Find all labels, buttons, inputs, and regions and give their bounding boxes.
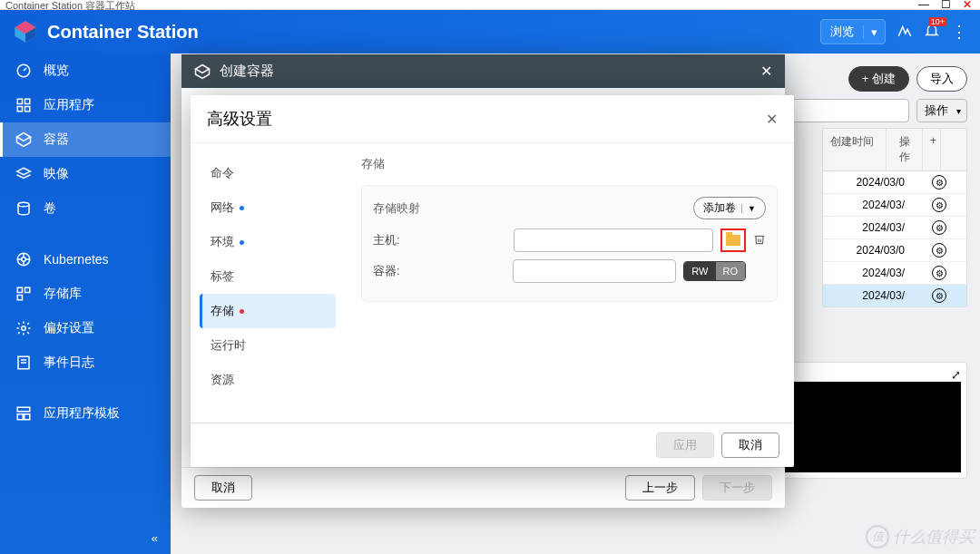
cell-date: 2024/03/: [823, 194, 912, 216]
activity-icon[interactable]: [897, 23, 913, 42]
modal2-close-icon[interactable]: ✕: [766, 111, 778, 128]
row-gear-button[interactable]: ⚙: [912, 288, 966, 303]
row-gear-button[interactable]: ⚙: [912, 266, 966, 280]
row-gear-button[interactable]: ⚙: [912, 175, 966, 190]
svg-marker-23: [196, 64, 210, 73]
settings-nav-4[interactable]: 存储: [200, 294, 336, 328]
sidebar-item-templates[interactable]: 应用程序模板: [0, 396, 171, 431]
indicator-dot: [240, 240, 244, 245]
apps-icon: [15, 96, 33, 114]
modal1-close-icon[interactable]: ✕: [760, 63, 772, 80]
svg-rect-22: [24, 414, 30, 420]
settings-nav: 命令网络环境标签存储运行时资源: [191, 143, 345, 423]
cell-date: 2024/03/: [823, 285, 912, 306]
sidebar-item-images[interactable]: 映像: [0, 157, 171, 191]
svg-point-12: [22, 258, 26, 262]
app-header: Container Station 浏览 ▾ 10+ ⋮: [0, 10, 980, 53]
modal1-title: 创建容器: [220, 63, 751, 80]
settings-nav-3[interactable]: 标签: [200, 259, 336, 294]
indicator-dot: [240, 309, 244, 314]
svg-rect-14: [25, 287, 30, 292]
container-path-input[interactable]: [513, 259, 676, 283]
chevron-down-icon: ▼: [741, 204, 756, 213]
add-volume-button[interactable]: 添加卷 ▼: [693, 197, 766, 219]
trash-icon[interactable]: [753, 233, 766, 248]
svg-point-10: [18, 202, 29, 207]
import-button[interactable]: 导入: [916, 66, 967, 92]
svg-marker-9: [17, 168, 31, 175]
browse-button[interactable]: 浏览 ▾: [820, 19, 886, 44]
ro-option[interactable]: RO: [716, 262, 746, 280]
app-title: Container Station: [47, 22, 820, 43]
svg-rect-5: [25, 99, 30, 103]
host-path-input[interactable]: [514, 228, 713, 252]
col-op: 操作: [887, 129, 923, 170]
sidebar: 概览 应用程序 容器 映像 卷 Kubernetes 存储库 偏好设置 事件日志…: [0, 53, 171, 554]
cube-icon: [15, 131, 33, 149]
settings-nav-0[interactable]: 命令: [200, 156, 336, 190]
window-title-bar: Container Station 容器工作站 — ☐ ✕: [0, 0, 980, 10]
modal2-cancel-button[interactable]: 取消: [721, 433, 779, 458]
gauge-icon: [15, 62, 33, 80]
indicator-dot: [240, 206, 244, 210]
table-row[interactable]: 2024/03/⚙: [823, 217, 966, 239]
svg-rect-20: [17, 407, 30, 412]
settings-nav-5[interactable]: 运行时: [200, 328, 336, 363]
row-gear-button[interactable]: ⚙: [912, 220, 966, 235]
modal1-prev-button[interactable]: 上一步: [625, 475, 695, 501]
repo-icon: [15, 285, 33, 303]
rw-toggle[interactable]: RW RO: [683, 261, 746, 281]
window-maximize[interactable]: ☐: [938, 0, 953, 10]
rw-option[interactable]: RW: [684, 262, 715, 280]
collapse-sidebar-icon[interactable]: «: [152, 531, 158, 545]
col-plus[interactable]: +: [923, 129, 941, 170]
settings-nav-6[interactable]: 资源: [200, 363, 336, 397]
table-row[interactable]: 2024/03/0⚙: [823, 171, 966, 194]
chevron-down-icon[interactable]: ▾: [863, 25, 885, 39]
sidebar-item-events[interactable]: 事件日志: [0, 345, 171, 380]
sidebar-item-repository[interactable]: 存储库: [0, 277, 171, 311]
window-close[interactable]: ✕: [960, 0, 975, 10]
settings-nav-2[interactable]: 环境: [200, 225, 336, 259]
sidebar-item-preferences[interactable]: 偏好设置: [0, 311, 171, 345]
section-label: 存储: [361, 156, 778, 172]
svg-rect-6: [17, 107, 22, 112]
container-table: 创建时间 操作 + 2024/03/0⚙2024/03/⚙2024/03/⚙20…: [822, 128, 967, 307]
svg-point-16: [22, 326, 26, 331]
svg-rect-7: [25, 107, 30, 112]
svg-rect-15: [17, 296, 22, 300]
notification-icon[interactable]: 10+: [924, 23, 940, 42]
expand-icon[interactable]: ⤢: [951, 368, 961, 382]
sidebar-item-kubernetes[interactable]: Kubernetes: [0, 242, 171, 277]
operation-select[interactable]: 操作: [916, 99, 967, 122]
sidebar-item-apps[interactable]: 应用程序: [0, 88, 171, 122]
browse-folder-button[interactable]: [720, 228, 746, 252]
template-icon: [15, 404, 33, 423]
table-row[interactable]: 2024/03/⚙: [823, 285, 966, 306]
settings-nav-1[interactable]: 网络: [200, 190, 336, 225]
sidebar-item-containers[interactable]: 容器: [0, 122, 171, 157]
modal1-next-button: 下一步: [702, 475, 772, 501]
cell-date: 2024/03/0: [823, 239, 912, 261]
row-gear-button[interactable]: ⚙: [912, 243, 966, 258]
sidebar-item-volumes[interactable]: 卷: [0, 191, 171, 226]
svg-rect-21: [17, 414, 23, 420]
col-date: 创建时间: [823, 129, 887, 170]
table-row[interactable]: 2024/03/⚙: [823, 194, 966, 217]
database-icon: [15, 199, 33, 218]
cube-icon: [194, 63, 211, 80]
create-button[interactable]: + 创建: [848, 66, 909, 92]
layers-icon: [15, 165, 33, 183]
sidebar-item-overview[interactable]: 概览: [0, 53, 171, 88]
table-row[interactable]: 2024/03/0⚙: [823, 239, 966, 262]
row-gear-button[interactable]: ⚙: [912, 198, 966, 212]
cell-date: 2024/03/0: [823, 171, 912, 193]
window-minimize[interactable]: —: [916, 0, 931, 10]
log-icon: [15, 354, 33, 372]
modal2-apply-button: 应用: [656, 433, 714, 458]
menu-dots-icon[interactable]: ⋮: [951, 22, 967, 42]
folder-icon: [726, 235, 740, 246]
modal1-cancel-button[interactable]: 取消: [194, 475, 252, 501]
window-title: Container Station 容器工作站: [5, 0, 135, 13]
table-row[interactable]: 2024/03/⚙: [823, 262, 966, 285]
